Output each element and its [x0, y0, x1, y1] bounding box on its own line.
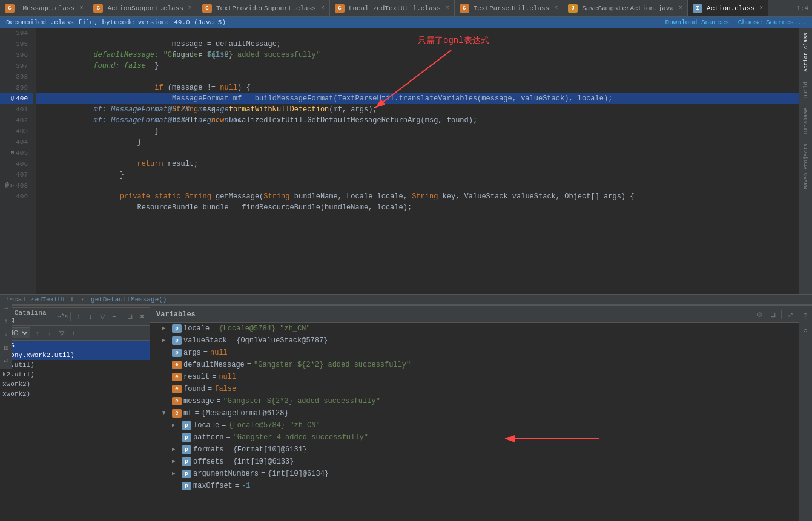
list-item-0[interactable]: ING: [0, 341, 150, 350]
toolbar-clear-btn[interactable]: ✕: [137, 310, 147, 323]
list-item-1[interactable]: phony.xwork2.util): [0, 350, 150, 360]
breadcrumb: LocalizedTextUtil › getDefaultMessage(): [0, 294, 812, 305]
tab-close-Action[interactable]: ×: [759, 5, 763, 11]
list-filter-down[interactable]: ↓: [44, 327, 56, 339]
code-line-396: }: [36, 50, 799, 61]
tab-close-ActionSupport[interactable]: ×: [188, 5, 192, 11]
tab-SaveGangsterAction[interactable]: J SaveGangsterAction.java ×: [563, 0, 688, 16]
tab-close-SaveGangsterAction[interactable]: ×: [679, 5, 682, 11]
code-line-403: }: [36, 126, 799, 137]
var-row-defaultMessage[interactable]: ▶ e defaultMessage = "Gangster ${2*2} ad…: [150, 359, 799, 371]
var-expand-mf[interactable]: ▼: [162, 407, 172, 419]
toolbar-down-btn[interactable]: ↓: [85, 310, 96, 323]
var-row-valueStack[interactable]: ▶ p valueStack = {OgnlValueStack@5787}: [150, 335, 799, 347]
panel-action-btn3[interactable]: ↓: [1, 329, 12, 339]
panel-action-btn4[interactable]: ⊡: [1, 342, 12, 353]
stack-list[interactable]: ING phony.xwork2.util) k2.util) k2.util)…: [0, 341, 150, 521]
side-tab-action-class[interactable]: Action class: [801, 28, 811, 77]
variables-toolbar-buttons: ⚙ ⊡ ⤢: [753, 309, 796, 321]
side-tab-build[interactable]: Build: [801, 77, 811, 103]
variables-list[interactable]: ▶ p locale = {Locale@5784} "zh_CN" ▶ p v…: [150, 323, 799, 521]
var-row-mf-maxOffset[interactable]: ▶ p maxOffset = -1: [150, 480, 799, 492]
code-line-405: return result;: [36, 148, 799, 159]
var-row-mf-locale[interactable]: ▶ p locale = {Locale@5784} "zh_CN": [150, 419, 799, 431]
tab-close-iMessage[interactable]: ×: [79, 5, 83, 11]
var-val-mf-pattern: "Gangster 4 added successfully": [233, 431, 368, 444]
var-expand-mf-formats[interactable]: ▶: [172, 444, 182, 456]
toolbar-copy-btn[interactable]: ⊡: [125, 310, 135, 323]
code-editor[interactable]: 只需了ognl表达式 message = defaultMessage;: [36, 28, 799, 294]
download-sources-link[interactable]: Download Sources: [665, 19, 730, 26]
var-expand-valueStack[interactable]: ▶: [162, 335, 172, 347]
var-eq-locale: =: [212, 323, 216, 335]
var-row-mf-pattern[interactable]: ▶ p pattern = "Gangster 4 added successf…: [150, 431, 799, 444]
variables-restore-btn[interactable]: ⊡: [767, 309, 779, 321]
tab-TextProviderSupport[interactable]: C TextProviderSupport.class ×: [197, 0, 330, 16]
right-side-panel: Action class Build Database Maven Projec…: [799, 28, 812, 294]
tab-Action[interactable]: I Action.class ×: [688, 0, 768, 16]
tab-icon-SaveGangsterAction: J: [568, 4, 578, 13]
tab-overflow-label: 1:4: [796, 5, 808, 12]
var-row-args[interactable]: ▶ p args = null: [150, 347, 799, 359]
var-row-mf-offsets[interactable]: ▶ p offsets = {int[10]@6133}: [150, 456, 799, 468]
panel-action-btn1[interactable]: →: [1, 302, 12, 313]
var-expand-mf-offsets[interactable]: ▶: [172, 456, 182, 468]
tab-close-TextParseUtil[interactable]: ×: [554, 5, 558, 11]
var-name-message: message: [183, 395, 214, 407]
tab-TextParseUtil[interactable]: C TextParseUtil.class ×: [455, 0, 563, 16]
gutter-line-404: 404: [0, 137, 33, 148]
variables-settings-btn[interactable]: ⚙: [753, 309, 765, 321]
code-line-408: private static String getMessage(String …: [36, 180, 799, 191]
var-expand-locale[interactable]: ▶: [162, 323, 172, 335]
var-row-message[interactable]: ▶ e message = "Gangster ${2*2} added suc…: [150, 395, 799, 407]
side-tab-st[interactable]: ST: [801, 307, 811, 324]
list-item-5[interactable]: xwork2): [0, 389, 150, 399]
toolbar-add-btn[interactable]: +: [109, 310, 119, 323]
var-icon-found: e: [172, 385, 182, 393]
side-tab-database[interactable]: Database: [801, 103, 811, 139]
var-row-mf-argumentNumbers[interactable]: ▶ p argumentNumbers = {int[10]@6134}: [150, 468, 799, 480]
code-line-395: found = false; found: false: [36, 39, 799, 50]
gutter-line-403: 403: [0, 126, 33, 137]
var-icon-locale: p: [172, 324, 182, 333]
var-val-message: "Gangster ${2*2} added successfully": [223, 395, 380, 407]
tab-close-TextProviderSupport[interactable]: ×: [321, 5, 325, 11]
gutter-line-400: @ 400: [0, 93, 33, 104]
list-new-item[interactable]: +: [68, 327, 80, 339]
tab-ActionSupport[interactable]: C ActionSupport.class ×: [88, 0, 197, 16]
left-list-panel: at Catalina Log →*× ↑ ↓ ▽ + ⊡ ✕ ING ↑ ↓ …: [0, 307, 150, 521]
tab-overflow[interactable]: 1:4: [793, 0, 812, 16]
tab-icon-LocalizedTextUtil: C: [335, 4, 345, 13]
var-row-mf-formats[interactable]: ▶ p formats = {Format[10]@6131}: [150, 444, 799, 456]
var-expand-mf-argumentNumbers[interactable]: ▶: [172, 468, 182, 480]
tab-close-LocalizedTextUtil[interactable]: ×: [446, 5, 449, 11]
var-eq-mf: =: [194, 407, 199, 419]
list-filter-up[interactable]: ↑: [31, 327, 44, 339]
toolbar-filter-btn[interactable]: ▽: [97, 310, 107, 323]
variables-maximize-btn[interactable]: ⤢: [784, 309, 796, 321]
var-row-result[interactable]: ▶ e result = null: [150, 371, 799, 383]
tab-icon-TextParseUtil: C: [460, 4, 469, 13]
var-eq-message: =: [216, 395, 220, 407]
tab-iMessage[interactable]: C iMessage.class ×: [0, 0, 88, 16]
choose-sources-link[interactable]: Choose Sources...: [738, 19, 806, 26]
var-name-args: args: [183, 347, 201, 359]
tab-LocalizedTextUtil[interactable]: C LocalizedTextUtil.class ×: [330, 0, 455, 16]
var-row-found[interactable]: ▶ e found = false: [150, 383, 799, 395]
list-item-4[interactable]: xwork2): [0, 379, 150, 389]
var-expand-mf-locale[interactable]: ▶: [172, 419, 182, 431]
toolbar-up-btn[interactable]: ↑: [73, 310, 84, 323]
list-item-3[interactable]: k2.util): [0, 370, 150, 379]
var-icon-args: p: [172, 349, 182, 357]
list-item-2[interactable]: k2.util): [0, 360, 150, 370]
list-filter-option[interactable]: ▽: [56, 327, 68, 339]
panel-action-btn5[interactable]: ↩: [1, 355, 12, 366]
side-tab-maven[interactable]: Maven Projects: [801, 139, 811, 194]
var-name-valueStack: valueStack: [183, 335, 227, 347]
var-eq-mf-locale: =: [222, 419, 226, 431]
var-row-locale[interactable]: ▶ p locale = {Locale@5784} "zh_CN": [150, 323, 799, 335]
panel-action-btn2[interactable]: ↑: [1, 315, 12, 326]
var-icon-result: e: [172, 373, 182, 381]
side-tab-s[interactable]: S: [801, 324, 811, 336]
var-row-mf[interactable]: ▼ e mf = {MessageFormat@6128}: [150, 407, 799, 419]
